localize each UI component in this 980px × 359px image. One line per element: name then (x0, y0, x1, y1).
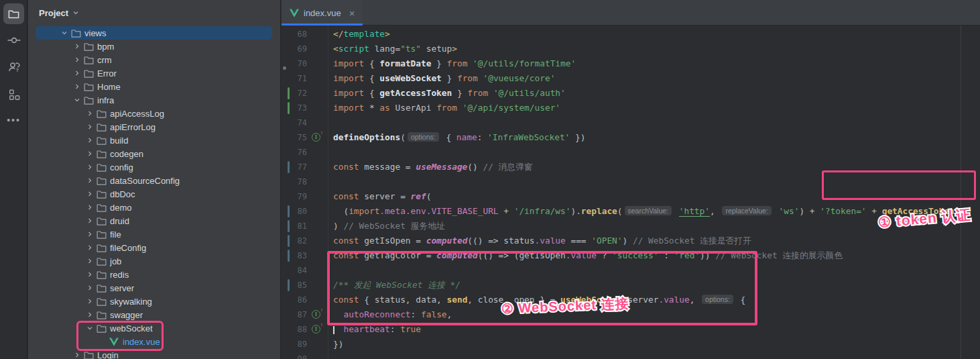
change-marker-mod[interactable] (288, 205, 290, 217)
code-line-83[interactable]: 83const getTagColor = computed(() => (ge… (282, 248, 980, 263)
chevron-down-icon[interactable] (58, 28, 70, 38)
change-marker-mod[interactable] (288, 279, 290, 291)
tree-item-webSocket[interactable]: webSocket (28, 321, 280, 335)
inlay-hint[interactable]: options: (408, 132, 439, 142)
tree-item-skywalking[interactable]: skywalking (28, 295, 280, 308)
chevron-right-icon[interactable] (71, 41, 82, 52)
chevron-right-icon[interactable] (84, 108, 95, 119)
gutter-macro-icon[interactable]: I (312, 325, 320, 334)
tree-item-dataSourceConfig[interactable]: dataSourceConfig (28, 174, 280, 187)
tree-item-redis[interactable]: redis (28, 268, 280, 281)
chevron-right-icon[interactable] (84, 229, 95, 240)
change-marker-mod[interactable] (288, 220, 290, 232)
inlay-hint[interactable]: searchValue: (625, 206, 672, 215)
tree-item-swagger[interactable]: swagger (28, 308, 280, 321)
change-marker-green[interactable] (288, 87, 290, 99)
code-line-90[interactable]: 90 (282, 352, 980, 359)
more-icon[interactable]: ••• (3, 109, 24, 130)
tree-item-Error[interactable]: Error (28, 66, 280, 80)
code-line-84[interactable]: 84 (282, 263, 980, 278)
code-line-82[interactable]: 82const getIsOpen = computed(() => statu… (282, 234, 980, 248)
tree-item-Login[interactable]: Login (28, 348, 280, 359)
tree-item-job[interactable]: job (28, 254, 280, 268)
chevron-right-icon[interactable] (84, 121, 95, 132)
code-line-68[interactable]: 68</template> (282, 27, 980, 42)
change-marker-mod[interactable] (288, 235, 290, 247)
chevron-right-icon[interactable] (71, 68, 82, 79)
inlay-hint[interactable]: options: (702, 295, 733, 304)
tree-item-file[interactable]: file (28, 227, 280, 241)
change-marker-mod[interactable] (288, 250, 290, 262)
chevron-right-icon[interactable] (84, 242, 95, 253)
code-line-70[interactable]: 70import { formatDate } from '@/utils/fo… (282, 56, 980, 71)
folder-icon (95, 269, 107, 280)
tree-item-views[interactable]: views (28, 26, 280, 40)
change-marker-green[interactable] (288, 102, 290, 114)
project-panel-header[interactable]: Project (28, 0, 280, 25)
code-line-87[interactable]: 87I autoReconnect: false, (282, 307, 980, 322)
code-line-79[interactable]: 79const server = ref( (282, 189, 980, 204)
chevron-right-icon[interactable] (84, 256, 95, 266)
code-line-74[interactable]: 74 (282, 115, 980, 130)
project-folder-icon[interactable] (3, 3, 24, 24)
gutter-macro-icon[interactable]: I (312, 310, 320, 319)
close-icon[interactable]: × (349, 8, 355, 18)
tree-item-demo[interactable]: demo (28, 201, 280, 214)
chevron-right-icon[interactable] (84, 175, 95, 186)
inlay-hint[interactable]: replaceValue: (722, 206, 771, 215)
code-line-76[interactable]: 76 (282, 145, 980, 160)
chevron-right-icon[interactable] (84, 309, 95, 320)
code-line-86[interactable]: 86const { status, data, send, close, ope… (282, 293, 980, 307)
code-line-78[interactable]: 78 (282, 174, 980, 189)
tree-item-config[interactable]: config (28, 160, 280, 174)
chevron-right-icon[interactable] (84, 269, 95, 280)
chevron-right-icon[interactable] (84, 189, 95, 199)
chevron-right-icon[interactable] (84, 162, 95, 172)
code-line-75[interactable]: 75IdefineOptions(options: { name: 'Infra… (282, 130, 980, 145)
tree-item-infra[interactable]: infra (28, 93, 280, 107)
folder-icon (95, 256, 107, 266)
chevron-right-icon[interactable] (71, 350, 82, 359)
chevron-down-icon[interactable] (84, 323, 95, 334)
code-text: /** 发起 WebSocket 连接 */ (333, 278, 461, 293)
commit-icon[interactable] (3, 30, 24, 50)
code-viewport[interactable]: 68</template>69<script lang="ts" setup>7… (282, 25, 980, 359)
code-line-89[interactable]: 89}) (282, 337, 980, 352)
code-line-88[interactable]: 88I heartbeat: true (282, 322, 980, 337)
chevron-right-icon[interactable] (84, 215, 95, 226)
code-line-80[interactable]: 80 (import.meta.env.VITE_BASE_URL + '/in… (282, 204, 980, 219)
chevron-right-icon[interactable] (84, 296, 95, 307)
code-line-72[interactable]: 72import { getAccessToken } from '@/util… (282, 86, 980, 101)
code-line-69[interactable]: 69<script lang="ts" setup> (282, 42, 980, 56)
tree-item-dbDoc[interactable]: dbDoc (28, 187, 280, 201)
chevron-right-icon[interactable] (84, 202, 95, 213)
chevron-right-icon[interactable] (84, 148, 95, 159)
tree-item-Home[interactable]: Home (28, 80, 280, 93)
tree-item-codegen[interactable]: codegen (28, 147, 280, 160)
tree-item-label: Error (97, 68, 117, 79)
tab-index-vue[interactable]: index.vue × (282, 0, 363, 25)
code-line-77[interactable]: 77const message = useMessage() // 消息弹窗 (282, 160, 980, 174)
gutter-macro-icon[interactable]: I (312, 133, 320, 142)
collaboration-help-icon[interactable]: ? (3, 56, 24, 77)
tree-item-build[interactable]: build (28, 134, 280, 147)
tree-item-server[interactable]: server (28, 281, 280, 295)
tree-item-apiAccessLog[interactable]: apiAccessLog (28, 107, 280, 120)
tree-item-druid[interactable]: druid (28, 214, 280, 227)
code-line-73[interactable]: 73import * as UserApi from '@/api/system… (282, 101, 980, 115)
tree-item-fileConfig[interactable]: fileConfig (28, 241, 280, 254)
code-line-71[interactable]: 71import { useWebSocket } from '@vueuse/… (282, 71, 980, 86)
code-line-81[interactable]: 81) // WebSocket 服务地址 (282, 219, 980, 234)
structure-icon[interactable] (3, 84, 24, 105)
code-line-85[interactable]: 85/** 发起 WebSocket 连接 */ (282, 278, 980, 293)
tree-item-apiErrorLog[interactable]: apiErrorLog (28, 120, 280, 134)
chevron-down-icon[interactable] (71, 95, 82, 105)
chevron-right-icon[interactable] (71, 81, 82, 92)
tree-item-crm[interactable]: crm (28, 53, 280, 66)
chevron-right-icon[interactable] (71, 54, 82, 65)
change-marker-mod[interactable] (288, 161, 290, 173)
chevron-right-icon[interactable] (84, 283, 95, 293)
tree-item-bpm[interactable]: bpm (28, 40, 280, 53)
chevron-right-icon[interactable] (84, 135, 95, 146)
tree-item-index.vue[interactable]: index.vue (28, 335, 280, 348)
